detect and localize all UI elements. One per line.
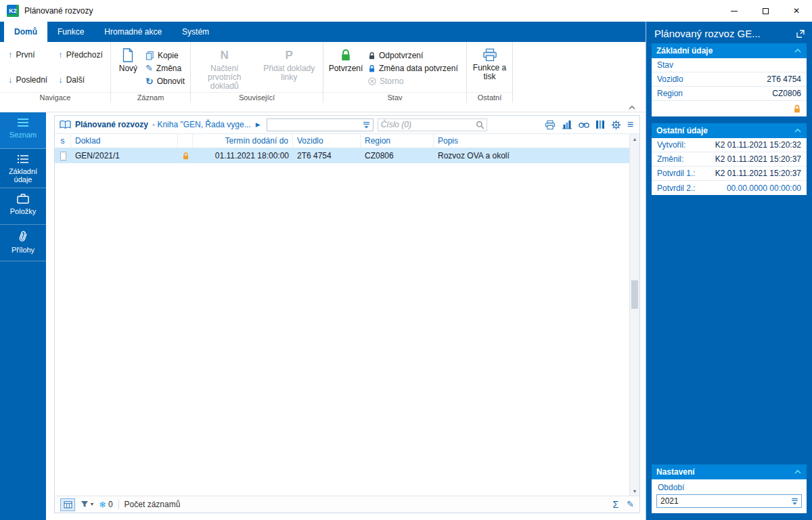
scrollbar-track[interactable]	[630, 144, 639, 486]
pencil-icon: ✎	[145, 64, 153, 72]
sum-icon[interactable]: Σ	[612, 499, 618, 510]
column-header-s[interactable]: s	[55, 134, 71, 148]
field-value: K2 01.11.2021 15:20:32	[715, 140, 801, 150]
confirm-button[interactable]: Potvrzení	[326, 45, 365, 92]
scroll-down-icon[interactable]: ▼	[630, 486, 639, 496]
unconfirm-label: Odpotvrzení	[379, 51, 423, 60]
close-button[interactable]: ✕	[781, 0, 812, 22]
frozen-filter-indicator[interactable]: ❄ 0	[99, 500, 113, 510]
records-table: s Doklad Termín dodání do Vozidlo Region…	[55, 134, 629, 496]
tab-funkce[interactable]: Funkce	[47, 22, 94, 42]
detail-panel-title: Plánovaný rozvoz GE...	[654, 28, 761, 39]
refresh-button[interactable]: ↻ Obnovit	[143, 75, 187, 87]
combo-dropdown-icon[interactable]	[790, 497, 799, 506]
tab-domu[interactable]: Domů	[4, 22, 47, 42]
sidebar-item-label: Základní údaje	[1, 167, 45, 183]
cell-doklad: GEN/2021/1	[71, 148, 178, 163]
cancel-circle-icon	[368, 77, 376, 85]
refresh-label: Obnovit	[157, 77, 185, 86]
field-vozidlo: Vozidlo 2T6 4754	[652, 72, 807, 87]
sidebar-item-prilohy[interactable]: Přílohy	[0, 225, 46, 261]
column-header-popis[interactable]: Popis	[434, 134, 629, 148]
field-zmenil: Změnil: K2 01.11.2021 15:20:37	[652, 152, 807, 167]
copy-button[interactable]: Kopie	[143, 49, 187, 62]
print-icon[interactable]	[545, 120, 556, 130]
field-potvrdil-1: Potvrdil 1.: K2 01.11.2021 15:20:37	[652, 167, 807, 181]
field-vytvoril: Vytvořil: K2 01.11.2021 15:20:32	[652, 138, 807, 152]
row-cursor-cell	[55, 148, 71, 163]
filter-button[interactable]: ▾	[81, 500, 93, 508]
field-label: Vozidlo	[657, 74, 683, 84]
columns-icon[interactable]	[595, 120, 605, 129]
ribbon-tab-bar: Domů Funkce Hromadné akce Systém	[0, 22, 646, 42]
scrollbar-thumb[interactable]	[631, 280, 638, 309]
field-region: Region CZ0806	[652, 87, 807, 101]
minimize-button[interactable]	[719, 0, 750, 22]
change-confirm-date-button[interactable]: Změna data potvrzení	[365, 62, 461, 74]
records-count-label: Počet záznamů	[125, 500, 181, 509]
functions-print-button[interactable]: Funkce a tisk	[470, 45, 510, 92]
section-header-zakladni[interactable]: Základní údaje	[652, 43, 807, 58]
section-ostatni-udaje: Ostatní údaje Vytvořil: K2 01.11.2021 15…	[652, 123, 807, 195]
arrow-down-icon: ↓	[8, 76, 13, 84]
row-cursor-icon	[60, 152, 66, 160]
settings-gear-icon[interactable]	[611, 120, 621, 130]
next-button[interactable]: ↓ Další	[55, 67, 106, 92]
unconfirm-button[interactable]: Odpotvrzení	[365, 49, 461, 62]
collapse-ribbon-chevron-icon[interactable]	[628, 105, 636, 110]
filter-combo[interactable]	[267, 118, 374, 131]
table-empty-area	[55, 163, 629, 496]
vertical-scrollbar[interactable]: ▲ ▼	[629, 134, 639, 496]
edit-pencil-icon[interactable]: ✎	[627, 500, 634, 508]
tab-system[interactable]: Systém	[172, 22, 219, 42]
section-header-ostatni[interactable]: Ostatní údaje	[652, 123, 807, 138]
table-row[interactable]: GEN/2021/1 01.11.2021 18:00:00 2T6 4754 …	[55, 148, 629, 163]
column-header-termin[interactable]: Termín dodání do	[193, 134, 293, 148]
copy-icon	[145, 51, 154, 60]
section-header-nastaveni[interactable]: Nastavení	[652, 464, 807, 479]
section-nastaveni: Nastavení Období	[652, 464, 807, 513]
scroll-up-icon[interactable]: ▲	[630, 134, 639, 144]
arrow-up-icon: ↑	[58, 51, 63, 59]
binoculars-icon[interactable]	[579, 121, 589, 129]
records-grid: Plánované rozvozy - Kniha "GEN, Řada vyg…	[54, 115, 640, 513]
list-menu-icon	[17, 118, 29, 127]
sidebar-item-seznam[interactable]: Seznam	[0, 112, 46, 149]
tab-hromadne-akce[interactable]: Hromadné akce	[94, 22, 172, 42]
first-button[interactable]: ↑ První	[5, 42, 50, 67]
column-header-region[interactable]: Region	[361, 134, 434, 148]
column-header-lock[interactable]	[178, 134, 193, 148]
period-input[interactable]	[657, 496, 790, 506]
close-icon: ✕	[793, 6, 800, 16]
chart-icon[interactable]	[562, 120, 572, 129]
new-label: Nový	[119, 64, 137, 73]
field-label: Potvrdil 1.:	[657, 169, 696, 178]
book-select-arrow-icon[interactable]: ▶	[256, 121, 261, 128]
detail-panel: Plánovaný rozvoz GE... Základní údaje St…	[646, 22, 812, 520]
change-button[interactable]: ✎ Změna	[143, 62, 187, 74]
caret-down-icon: ▾	[91, 502, 93, 507]
menu-icon[interactable]: ≡	[627, 120, 633, 129]
filter-count: 0	[108, 500, 113, 509]
case-icon	[17, 194, 29, 204]
last-label: Poslední	[16, 75, 48, 85]
sidebar-item-polozky[interactable]: Položky	[0, 188, 46, 225]
group-label-souvisejici: Související	[191, 92, 323, 103]
paperclip-icon	[16, 229, 29, 244]
field-label: Vytvořil:	[657, 140, 685, 150]
sidebar-item-label: Přílohy	[12, 246, 35, 254]
title-bar: K2 Plánované rozvozy ✕	[0, 0, 812, 22]
maximize-button[interactable]	[750, 0, 781, 22]
column-view-toggle[interactable]	[60, 498, 75, 511]
open-in-window-icon[interactable]	[796, 29, 805, 39]
column-header-doklad[interactable]: Doklad	[71, 134, 178, 148]
new-button[interactable]: Nový	[114, 45, 143, 92]
next-label: Další	[66, 75, 85, 85]
last-button[interactable]: ↓ Poslední	[5, 67, 50, 92]
ribbon-group-ostatni: Funkce a tisk Ostatní	[467, 42, 513, 103]
column-header-vozidlo[interactable]: Vozidlo	[293, 134, 361, 148]
sidebar-item-zakladni-udaje[interactable]: Základní údaje	[0, 149, 46, 188]
search-input[interactable]	[378, 120, 476, 129]
previous-button[interactable]: ↑ Předchozí	[55, 42, 106, 67]
field-value: 2T6 4754	[767, 74, 801, 84]
